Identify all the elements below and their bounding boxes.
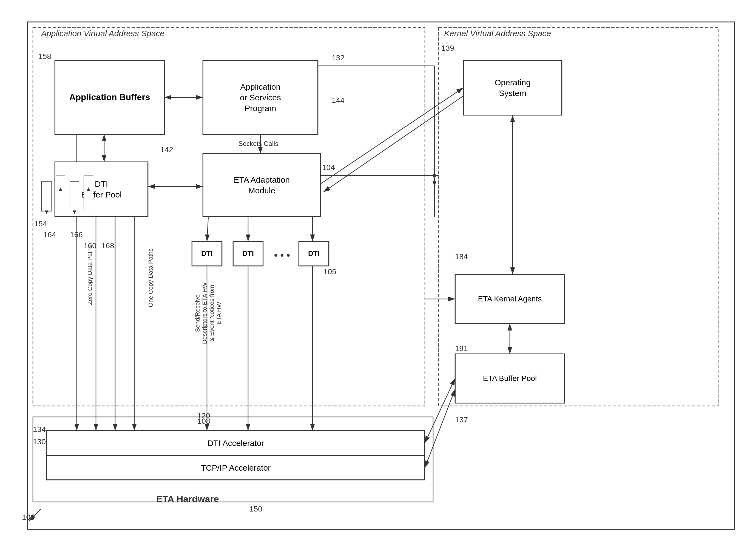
- dti-box-1: DTI: [192, 241, 222, 266]
- num-134: 134: [33, 425, 46, 434]
- dti-box-3: DTI: [299, 241, 329, 266]
- app-program-box: Applicationor ServicesProgram: [203, 60, 318, 134]
- buffer-small-3: [70, 181, 79, 211]
- svg-line-30: [207, 217, 208, 241]
- num-166: 166: [70, 230, 83, 239]
- one-copy-label: One Copy Data Paths: [147, 239, 154, 316]
- num-142: 142: [160, 145, 173, 154]
- buffer-small-1: [42, 181, 51, 211]
- num-139: 139: [441, 44, 454, 53]
- num-191: 191: [455, 344, 468, 353]
- num-158: 158: [38, 52, 51, 61]
- num-160: 160: [84, 241, 96, 250]
- app-vas-label: Application Virtual Address Space: [41, 29, 164, 38]
- buffer-arrow-down-1: ▼: [44, 208, 50, 215]
- operating-system-box: OperatingSystem: [463, 60, 562, 115]
- send-receive-label: Send/ReceiveDescriptors to ETA HW& Event…: [194, 272, 223, 354]
- num-137: 137: [455, 416, 468, 424]
- num-184: 184: [455, 252, 468, 261]
- tcpip-accelerator-box: TCP/IP Accelerator: [47, 455, 425, 480]
- eta-hardware-label: ETA Hardware: [156, 494, 219, 504]
- app-buffers-box: Application Buffers: [55, 60, 164, 134]
- dti-dots: • • •: [274, 249, 290, 261]
- eta-buffer-pool-box: ETA Buffer Pool: [455, 354, 565, 403]
- num-104: 104: [322, 163, 335, 172]
- num-105: 105: [323, 267, 336, 276]
- svg-line-44: [425, 390, 455, 468]
- num-154: 154: [34, 219, 47, 228]
- svg-line-51: [29, 509, 41, 521]
- num-164: 164: [43, 230, 56, 239]
- buffer-small-4: [84, 175, 93, 211]
- kernel-vas-label: Kernel Virtual Address Space: [444, 29, 551, 38]
- num-144: 144: [332, 96, 345, 105]
- num-132: 132: [332, 53, 345, 62]
- dti-buffer-pool-box: DTIBuffer Pool: [55, 162, 148, 217]
- svg-line-43: [425, 379, 455, 443]
- eta-adaptation-box: ETA AdaptationModule: [203, 153, 321, 217]
- buffer-arrow-up-4: ▲: [86, 185, 92, 192]
- sockets-calls-label: Sockets Calls: [238, 140, 278, 147]
- eta-kernel-agents-box: ETA Kernel Agents: [455, 274, 565, 324]
- dti-accelerator-box: DTI Accelerator: [47, 431, 425, 455]
- buffer-arrow-up-2: ▲: [58, 185, 64, 192]
- buffer-arrow-down-3: ▼: [72, 208, 78, 215]
- num-168: 168: [101, 241, 114, 250]
- dti-box-2: DTI: [233, 241, 263, 266]
- num-120: 120: [197, 411, 210, 420]
- svg-line-29: [323, 96, 463, 192]
- num-130: 130: [33, 438, 46, 446]
- num-150: 150: [249, 505, 262, 513]
- buffer-small-2: [56, 175, 65, 211]
